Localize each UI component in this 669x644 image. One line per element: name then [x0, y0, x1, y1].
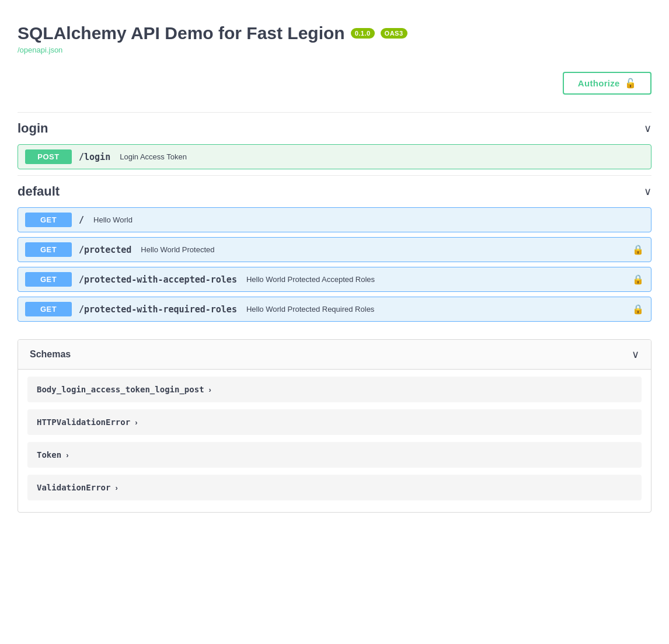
authorize-label: Authorize	[578, 78, 620, 88]
lock-icon: 🔓	[625, 78, 636, 89]
authorize-area: Authorize 🔓	[18, 60, 651, 112]
version-badge: 0.1.0	[351, 28, 375, 39]
lock-icon-required: 🔒	[632, 304, 644, 315]
default-endpoints: GET / Hello World GET /protected Hello W…	[18, 207, 651, 322]
login-endpoints: POST /login Login Access Token	[18, 144, 651, 169]
authorize-button[interactable]: Authorize 🔓	[563, 72, 651, 95]
endpoint-path-login: /login	[79, 152, 110, 162]
post-badge: POST	[25, 149, 72, 164]
section-default-title: default	[18, 184, 60, 199]
section-login-header[interactable]: login ∨	[18, 113, 651, 144]
endpoint-desc-accepted: Hello World Protected Accepted Roles	[246, 275, 375, 284]
endpoint-get-protected[interactable]: GET /protected Hello World Protected 🔒	[18, 237, 651, 262]
schema-name-body-login: Body_login_access_token_login_post	[37, 385, 204, 394]
schemas-chevron: ∨	[632, 348, 639, 361]
lock-icon-accepted: 🔒	[632, 274, 644, 285]
get-badge-required: GET	[25, 302, 72, 316]
endpoint-post-login[interactable]: POST /login Login Access Token	[18, 144, 651, 169]
schema-name-validation-error: ValidationError	[37, 483, 110, 492]
schema-chevron-token: ›	[66, 451, 68, 459]
schema-item-token[interactable]: Token ›	[27, 442, 642, 468]
schema-chevron-body-login: ›	[209, 385, 211, 394]
schemas-section: Schemas ∨ Body_login_access_token_login_…	[18, 339, 651, 513]
section-default-header[interactable]: default ∨	[18, 176, 651, 207]
endpoint-desc-root: Hello World	[93, 215, 133, 224]
schema-name-token: Token	[37, 450, 61, 459]
endpoint-desc-login: Login Access Token	[120, 152, 187, 161]
schema-item-validation-error[interactable]: ValidationError ›	[27, 475, 642, 500]
section-default-chevron: ∨	[644, 185, 651, 198]
get-badge-accepted: GET	[25, 272, 72, 287]
section-login: login ∨ POST /login Login Access Token	[18, 113, 651, 169]
schemas-title: Schemas	[30, 349, 71, 360]
section-default: default ∨ GET / Hello World GET /protect…	[18, 176, 651, 322]
endpoint-path-root: /	[79, 215, 84, 225]
endpoint-desc-required: Hello World Protected Required Roles	[246, 305, 374, 314]
openapi-link[interactable]: /openapi.json	[18, 46, 651, 54]
get-badge-protected: GET	[25, 242, 72, 257]
section-login-chevron: ∨	[644, 122, 651, 135]
endpoint-path-required: /protected-with-required-roles	[79, 304, 237, 315]
schemas-header[interactable]: Schemas ∨	[18, 340, 651, 370]
title-text: SQLAlchemy API Demo for Fast Legion	[18, 23, 345, 43]
oas-badge: OAS3	[381, 28, 407, 39]
page-title: SQLAlchemy API Demo for Fast Legion 0.1.…	[18, 23, 651, 43]
get-badge-root: GET	[25, 213, 72, 227]
page-header: SQLAlchemy API Demo for Fast Legion 0.1.…	[18, 12, 651, 60]
endpoint-path-protected: /protected	[79, 245, 131, 255]
endpoint-path-accepted: /protected-with-accepted-roles	[79, 274, 237, 285]
schema-chevron-validation-error: ›	[115, 483, 117, 492]
endpoint-get-root[interactable]: GET / Hello World	[18, 207, 651, 232]
schema-name-http-validation: HTTPValidationError	[37, 417, 130, 427]
schema-item-body-login[interactable]: Body_login_access_token_login_post ›	[27, 377, 642, 402]
schema-item-http-validation[interactable]: HTTPValidationError ›	[27, 409, 642, 435]
schemas-body: Body_login_access_token_login_post › HTT…	[18, 377, 651, 512]
endpoint-get-protected-required[interactable]: GET /protected-with-required-roles Hello…	[18, 297, 651, 322]
endpoint-desc-protected: Hello World Protected	[141, 245, 214, 254]
section-login-title: login	[18, 121, 48, 136]
lock-icon-protected: 🔒	[632, 244, 644, 255]
endpoint-get-protected-accepted[interactable]: GET /protected-with-accepted-roles Hello…	[18, 267, 651, 292]
schema-chevron-http-validation: ›	[135, 418, 137, 427]
